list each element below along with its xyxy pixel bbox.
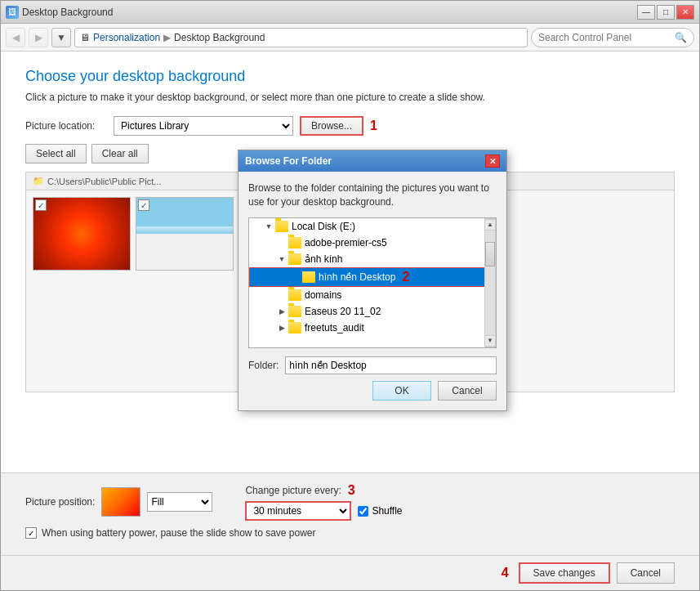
change-row: 30 minutes Shuffle [245, 501, 402, 521]
breadcrumb-current: Desktop Background [174, 32, 265, 43]
position-label: Picture position: [25, 496, 95, 508]
folder-icon-adobe [288, 237, 301, 248]
tree-item-hinh-nen[interactable]: hình nền Desktop 2 [249, 267, 496, 287]
breadcrumb: 🖥 Personalization ▶ Desktop Background [74, 28, 528, 47]
shuffle-checkbox[interactable] [358, 506, 368, 517]
interval-select[interactable]: 30 minutes [245, 501, 351, 521]
local-disk-label: Local Disk (E:) [292, 221, 355, 232]
forward-button[interactable]: ▶ [29, 28, 48, 47]
folder-icon-easeus [288, 306, 301, 317]
breadcrumb-root[interactable]: Personalization [93, 32, 160, 43]
step4-label: 4 [502, 566, 509, 580]
dialog-description: Browse to the folder containing the pict… [248, 181, 497, 209]
expand-icon-hinh-nen [289, 271, 302, 284]
expand-icon-local-disk: ▼ [262, 220, 275, 233]
battery-row: ✓ When using battery power, pause the sl… [25, 527, 675, 539]
browse-folder-dialog: Browse For Folder ✕ Browse to the folder… [238, 150, 507, 411]
tree-item-anh-kinh[interactable]: ▼ ảnh kính [249, 251, 496, 267]
tree-item-easeus[interactable]: ▶ Easeus 20 11_02 [249, 303, 496, 320]
folder-icon-domains [288, 289, 301, 301]
folder-label: Folder: [248, 360, 279, 371]
title-bar-left: 🖼 Desktop Background [6, 6, 113, 19]
breadcrumb-icon: 🖥 [80, 32, 90, 43]
expand-icon-freetuts: ▶ [275, 321, 288, 334]
battery-text: When using battery power, pause the slid… [42, 527, 316, 539]
folder-tree-scrollbar[interactable]: ▲ ▼ [484, 218, 496, 347]
folder-name-input[interactable] [285, 356, 497, 374]
search-bar[interactable]: 🔍 [531, 28, 694, 47]
shuffle-row: Shuffle [358, 505, 402, 517]
footer: 4 Save changes Cancel [1, 555, 699, 590]
expand-icon-adobe [275, 236, 288, 249]
hinh-nen-label: hình nền Desktop [319, 271, 395, 283]
position-group: Picture position: Fill [25, 487, 212, 517]
dropdown-button[interactable]: ▼ [51, 28, 71, 47]
window-icon: 🖼 [6, 6, 19, 19]
step3-label: 3 [348, 483, 355, 498]
tree-item-domains[interactable]: domains [249, 287, 496, 303]
folder-icon-local-disk [275, 221, 288, 232]
change-label: Change picture every: [245, 485, 341, 496]
freetuts-label: freetuts_audit [305, 322, 364, 334]
close-button[interactable]: ✕ [676, 5, 694, 20]
search-icon[interactable]: 🔍 [675, 32, 687, 43]
ok-button[interactable]: OK [372, 381, 431, 401]
search-input[interactable] [538, 32, 675, 43]
scroll-down-arrow[interactable]: ▼ [484, 335, 496, 347]
title-bar-controls: — □ ✕ [637, 5, 694, 20]
bottom-section: Picture position: Fill Change picture ev… [1, 472, 699, 555]
folder-icon-hinh-nen [302, 271, 315, 283]
change-group: Change picture every: 3 30 minutes Shuff… [245, 483, 402, 521]
tree-item-local-disk[interactable]: ▼ Local Disk (E:) [249, 218, 496, 235]
bottom-row1: Picture position: Fill Change picture ev… [25, 483, 675, 521]
easeus-label: Easeus 20 11_02 [305, 306, 381, 317]
scroll-thumb[interactable] [485, 242, 495, 266]
minimize-button[interactable]: — [637, 5, 655, 20]
save-changes-button[interactable]: Save changes [519, 562, 610, 584]
dialog-buttons: OK Cancel [248, 381, 497, 401]
domains-label: domains [305, 289, 341, 301]
main-window: 🖼 Desktop Background — □ ✕ ◀ ▶ ▼ 🖥 Perso… [0, 0, 700, 591]
dialog-overlay: Browse For Folder ✕ Browse to the folder… [1, 51, 699, 472]
main-content: Choose your desktop background Click a p… [1, 51, 699, 472]
folder-icon-freetuts [288, 322, 301, 334]
dialog-title-bar: Browse For Folder ✕ [239, 150, 506, 172]
dialog-title: Browse For Folder [245, 155, 332, 167]
dialog-close-button[interactable]: ✕ [485, 154, 500, 168]
adobe-label: adobe-premier-cs5 [305, 237, 387, 248]
window-title: Desktop Background [22, 7, 113, 18]
battery-checkbox[interactable]: ✓ [25, 527, 37, 539]
position-select[interactable]: Fill [147, 492, 212, 512]
expand-icon-anh-kinh: ▼ [275, 253, 288, 266]
title-bar: 🖼 Desktop Background — □ ✕ [1, 1, 699, 24]
tree-item-freetuts[interactable]: ▶ freetuts_audit [249, 320, 496, 336]
folder-tree[interactable]: ▼ Local Disk (E:) adobe-premier-cs5 ▼ [248, 217, 497, 348]
step2-label: 2 [402, 270, 409, 284]
folder-icon-anh-kinh [288, 253, 301, 265]
tree-item-adobe[interactable]: adobe-premier-cs5 [249, 235, 496, 251]
cancel-button[interactable]: Cancel [617, 562, 675, 584]
expand-icon-domains [275, 289, 288, 302]
maximize-button[interactable]: □ [657, 5, 675, 20]
address-bar: ◀ ▶ ▼ 🖥 Personalization ▶ Desktop Backgr… [1, 24, 699, 51]
expand-icon-easeus: ▶ [275, 305, 288, 318]
folder-name-row: Folder: [248, 356, 497, 374]
dialog-cancel-button[interactable]: Cancel [438, 381, 497, 401]
anh-kinh-label: ảnh kính [305, 253, 342, 265]
breadcrumb-separator: ▶ [163, 32, 171, 43]
position-preview [101, 487, 140, 517]
shuffle-label: Shuffle [372, 505, 402, 517]
dialog-body: Browse to the folder containing the pict… [239, 172, 506, 410]
back-button[interactable]: ◀ [6, 28, 25, 47]
scroll-up-arrow[interactable]: ▲ [484, 219, 496, 231]
